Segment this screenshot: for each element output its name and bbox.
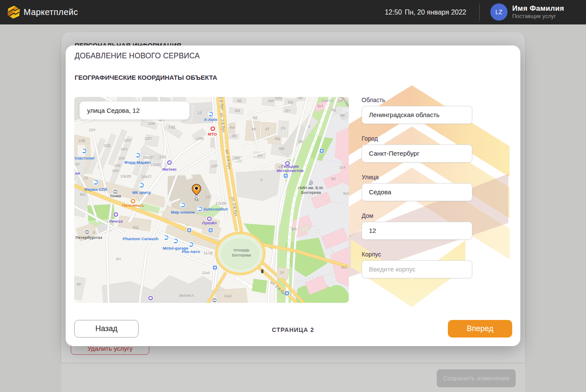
svg-text:4М: 4М	[235, 109, 240, 113]
svg-text:площадь: площадь	[233, 248, 250, 252]
svg-text:3к4: 3к4	[317, 104, 323, 108]
svg-text:Бехтерева: Бехтерева	[301, 190, 321, 195]
svg-text:Бехтерева: Бехтерева	[232, 253, 251, 257]
svg-text:10к2П: 10к2П	[143, 155, 154, 160]
svg-text:9к4литА: 9к4литА	[179, 293, 194, 298]
svg-text:Ферма СПб: Ферма СПб	[84, 187, 107, 192]
svg-text:3Ц: 3Ц	[331, 108, 336, 112]
svg-text:2В: 2В	[298, 97, 302, 100]
svg-text:Мир пленок: Мир пленок	[171, 210, 195, 214]
svg-text:4Д: 4Д	[252, 115, 257, 120]
svg-text:10П: 10П	[145, 136, 151, 141]
svg-text:4: 4	[260, 178, 262, 182]
svg-text:31Б: 31Б	[275, 97, 282, 100]
svg-text:3к5: 3к5	[291, 227, 297, 231]
svg-text:2Ш: 2Ш	[287, 100, 293, 104]
svg-text:9к1: 9к1	[80, 192, 86, 196]
svg-text:10: 10	[84, 176, 88, 180]
svg-text:10У: 10У	[89, 128, 96, 132]
svg-text:10Н: 10Н	[112, 169, 119, 173]
svg-text:4Э: 4Э	[278, 165, 283, 169]
svg-text:10И: 10И	[148, 121, 155, 126]
svg-text:10В: 10В	[79, 139, 85, 143]
svg-text:Ленгаз: Ленгаз	[109, 219, 123, 223]
svg-text:Петербурггаз: Петербурггаз	[76, 235, 103, 240]
svg-text:10Д: 10Д	[103, 143, 110, 148]
svg-text:10Х: 10Х	[118, 156, 125, 160]
svg-text:11к2: 11к2	[224, 294, 232, 298]
svg-text:Пластплит: Пластплит	[74, 156, 95, 160]
svg-text:аж: аж	[75, 171, 80, 175]
svg-text:НИИ им. В.М.: НИИ им. В.М.	[298, 185, 324, 190]
svg-text:Складской: Складской	[140, 302, 162, 303]
svg-text:2Б: 2Б	[299, 139, 303, 144]
svg-text:10к2В: 10к2В	[121, 174, 131, 178]
svg-text:2: 2	[308, 124, 310, 129]
svg-text:МК центр: МК центр	[132, 190, 151, 195]
svg-text:10Ч: 10Ч	[121, 147, 127, 151]
svg-text:2литО: 2литО	[322, 99, 333, 103]
svg-text:3Н: 3Н	[331, 177, 336, 181]
svg-text:Рок-Авто: Рок-Авто	[182, 249, 200, 254]
svg-text:4Щ: 4Щ	[274, 136, 280, 141]
svg-text:9Ч: 9Ч	[116, 257, 121, 261]
svg-text:4Ы: 4Ы	[230, 125, 235, 130]
svg-text:10к2С: 10к2С	[150, 163, 161, 167]
svg-text:3И: 3И	[340, 113, 344, 118]
svg-text:9: 9	[93, 230, 95, 235]
svg-text:2Ч: 2Ч	[281, 126, 285, 130]
svg-text:2М: 2М	[268, 99, 274, 103]
svg-text:4Ш: 4Ш	[278, 146, 284, 151]
svg-text:4К: 4К	[251, 127, 256, 131]
svg-text:3к3: 3к3	[343, 191, 349, 196]
svg-text:Пельмешъ: Пельмешъ	[122, 203, 144, 208]
svg-text:Т4: Т4	[194, 198, 199, 202]
svg-text:10Е: 10Е	[114, 163, 121, 168]
svg-text:Autocomfort: Autocomfort	[203, 207, 228, 211]
svg-text:14: 14	[280, 270, 284, 274]
svg-text:1с4: 1с4	[339, 165, 346, 169]
svg-text:X-Auto: X-Auto	[204, 117, 217, 122]
svg-text:11АВ: 11АВ	[203, 251, 212, 255]
svg-text:13Б: 13Б	[159, 155, 166, 159]
svg-text:4В: 4В	[231, 134, 236, 138]
svg-text:13Д: 13Д	[168, 125, 175, 129]
svg-text:9Р: 9Р	[76, 282, 81, 286]
svg-text:2Н: 2Н	[285, 109, 290, 113]
svg-text:12Р: 12Р	[211, 164, 218, 168]
svg-text:12: 12	[205, 195, 210, 199]
svg-text:Митекс: Митекс	[162, 167, 177, 172]
svg-text:3к2: 3к2	[341, 265, 347, 269]
svg-text:Точка: Точка	[110, 193, 121, 198]
svg-text:9Щ: 9Щ	[133, 225, 139, 229]
svg-text:4Д: 4Д	[236, 98, 241, 103]
svg-text:13: 13	[197, 111, 202, 115]
svg-text:Phantom Carwash: Phantom Carwash	[123, 236, 158, 241]
svg-text:11к4: 11к4	[202, 271, 210, 275]
svg-text:4Ч: 4Ч	[257, 154, 262, 158]
svg-text:13М: 13М	[196, 136, 204, 141]
svg-text:4Т: 4Т	[265, 127, 270, 131]
svg-text:4О: 4О	[235, 156, 240, 160]
svg-text:10к2Т: 10к2Т	[141, 175, 152, 179]
svg-text:Лукойл: Лукойл	[202, 220, 217, 225]
svg-text:Форд-Маркет: Форд-Маркет	[124, 160, 151, 165]
svg-text:9У: 9У	[76, 162, 80, 166]
svg-text:МТО: МТО	[208, 132, 217, 136]
svg-text:10О: 10О	[124, 138, 131, 142]
svg-text:12к2В: 12к2В	[216, 201, 227, 205]
